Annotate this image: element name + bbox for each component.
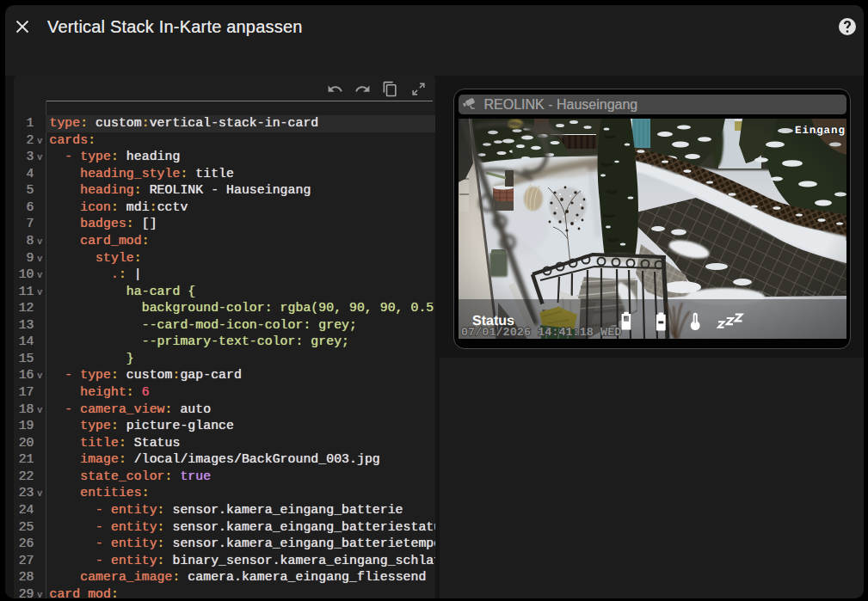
svg-text:Eingang: Eingang (795, 124, 846, 136)
svg-text:Status: Status (472, 314, 514, 328)
